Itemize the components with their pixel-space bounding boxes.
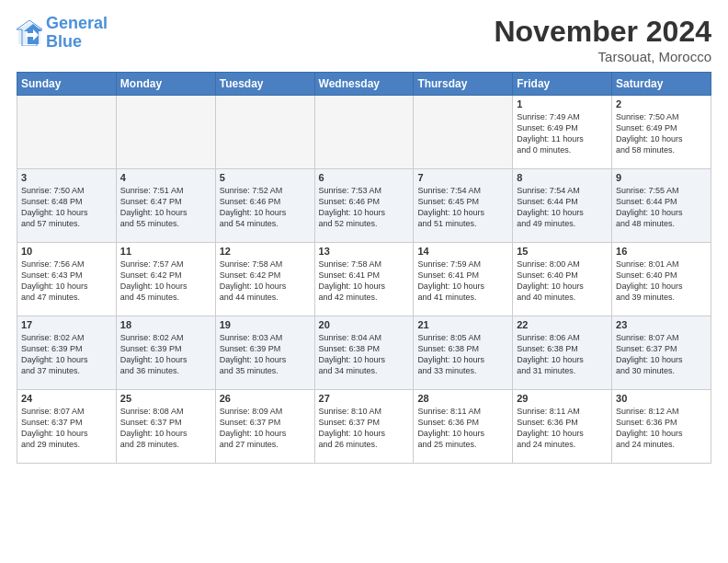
logo-icon [17,20,42,46]
day-number: 14 [417,246,508,257]
week-row-1: 1Sunrise: 7:49 AM Sunset: 6:49 PM Daylig… [17,96,711,169]
calendar: SundayMondayTuesdayWednesdayThursdayFrid… [17,72,711,464]
day-cell: 28Sunrise: 8:11 AM Sunset: 6:36 PM Dayli… [414,390,513,464]
weekday-header-tuesday: Tuesday [215,73,314,96]
weekday-header-wednesday: Wednesday [314,73,414,96]
logo-line1: General [46,14,108,32]
day-cell: 3Sunrise: 7:50 AM Sunset: 6:48 PM Daylig… [17,169,117,243]
weekday-header-monday: Monday [116,73,215,96]
day-info: Sunrise: 7:57 AM Sunset: 6:42 PM Dayligh… [120,259,211,304]
day-info: Sunrise: 8:08 AM Sunset: 6:37 PM Dayligh… [120,406,211,451]
day-cell: 12Sunrise: 7:58 AM Sunset: 6:42 PM Dayli… [215,243,314,316]
day-info: Sunrise: 7:56 AM Sunset: 6:43 PM Dayligh… [21,259,112,304]
day-info: Sunrise: 8:10 AM Sunset: 6:37 PM Dayligh… [319,406,410,451]
day-info: Sunrise: 8:07 AM Sunset: 6:37 PM Dayligh… [616,332,707,377]
day-number: 18 [120,319,211,330]
day-cell [414,96,513,169]
day-info: Sunrise: 7:53 AM Sunset: 6:46 PM Dayligh… [319,185,410,230]
day-cell: 17Sunrise: 8:02 AM Sunset: 6:39 PM Dayli… [17,316,117,390]
weekday-header-sunday: Sunday [17,73,117,96]
logo: General Blue [17,15,108,52]
day-number: 22 [517,319,608,330]
day-info: Sunrise: 8:11 AM Sunset: 6:36 PM Dayligh… [517,406,608,451]
day-number: 17 [21,319,112,330]
day-info: Sunrise: 7:50 AM Sunset: 6:49 PM Dayligh… [616,111,707,156]
day-number: 26 [220,393,311,404]
day-number: 28 [417,393,508,404]
day-cell: 2Sunrise: 7:50 AM Sunset: 6:49 PM Daylig… [612,96,711,169]
day-number: 7 [417,172,508,183]
day-info: Sunrise: 7:54 AM Sunset: 6:44 PM Dayligh… [517,185,608,230]
weekday-header-thursday: Thursday [414,73,513,96]
day-cell: 8Sunrise: 7:54 AM Sunset: 6:44 PM Daylig… [513,169,612,243]
day-number: 11 [120,246,211,257]
day-cell: 13Sunrise: 7:58 AM Sunset: 6:41 PM Dayli… [314,243,414,316]
month-title: November 2024 [494,15,711,49]
day-cell: 11Sunrise: 7:57 AM Sunset: 6:42 PM Dayli… [116,243,215,316]
day-cell: 1Sunrise: 7:49 AM Sunset: 6:49 PM Daylig… [513,96,612,169]
day-cell [215,96,314,169]
day-cell: 21Sunrise: 8:05 AM Sunset: 6:38 PM Dayli… [414,316,513,390]
page: General Blue November 2024 Tarsouat, Mor… [0,0,728,473]
day-number: 29 [517,393,608,404]
day-info: Sunrise: 8:03 AM Sunset: 6:39 PM Dayligh… [220,332,311,377]
location: Tarsouat, Morocco [494,49,711,64]
day-number: 21 [417,319,508,330]
day-number: 15 [517,246,608,257]
day-cell: 25Sunrise: 8:08 AM Sunset: 6:37 PM Dayli… [116,390,215,464]
day-info: Sunrise: 7:58 AM Sunset: 6:41 PM Dayligh… [319,259,410,304]
day-number: 8 [517,172,608,183]
day-number: 3 [21,172,112,183]
day-info: Sunrise: 8:00 AM Sunset: 6:40 PM Dayligh… [517,259,608,304]
day-number: 2 [616,98,707,109]
header: General Blue November 2024 Tarsouat, Mor… [17,15,711,64]
day-number: 24 [21,393,112,404]
week-row-5: 24Sunrise: 8:07 AM Sunset: 6:37 PM Dayli… [17,390,711,464]
day-cell: 24Sunrise: 8:07 AM Sunset: 6:37 PM Dayli… [17,390,117,464]
day-cell: 7Sunrise: 7:54 AM Sunset: 6:45 PM Daylig… [414,169,513,243]
day-info: Sunrise: 7:59 AM Sunset: 6:41 PM Dayligh… [417,259,508,304]
day-info: Sunrise: 7:50 AM Sunset: 6:48 PM Dayligh… [21,185,112,230]
day-number: 23 [616,319,707,330]
day-number: 25 [120,393,211,404]
day-info: Sunrise: 8:05 AM Sunset: 6:38 PM Dayligh… [417,332,508,377]
day-number: 1 [517,98,608,109]
week-row-3: 10Sunrise: 7:56 AM Sunset: 6:43 PM Dayli… [17,243,711,316]
day-number: 27 [319,393,410,404]
logo-line2: Blue [46,32,82,51]
day-cell: 30Sunrise: 8:12 AM Sunset: 6:36 PM Dayli… [612,390,711,464]
day-number: 16 [616,246,707,257]
logo-text: General Blue [46,15,108,52]
day-number: 10 [21,246,112,257]
day-cell: 27Sunrise: 8:10 AM Sunset: 6:37 PM Dayli… [314,390,414,464]
day-number: 9 [616,172,707,183]
day-info: Sunrise: 8:11 AM Sunset: 6:36 PM Dayligh… [417,406,508,451]
weekday-header-saturday: Saturday [612,73,711,96]
week-row-2: 3Sunrise: 7:50 AM Sunset: 6:48 PM Daylig… [17,169,711,243]
day-cell: 9Sunrise: 7:55 AM Sunset: 6:44 PM Daylig… [612,169,711,243]
day-info: Sunrise: 7:52 AM Sunset: 6:46 PM Dayligh… [220,185,311,230]
day-info: Sunrise: 7:49 AM Sunset: 6:49 PM Dayligh… [517,111,608,156]
weekday-header-row: SundayMondayTuesdayWednesdayThursdayFrid… [17,73,711,96]
day-number: 13 [319,246,410,257]
day-cell: 4Sunrise: 7:51 AM Sunset: 6:47 PM Daylig… [116,169,215,243]
day-info: Sunrise: 8:01 AM Sunset: 6:40 PM Dayligh… [616,259,707,304]
day-info: Sunrise: 7:54 AM Sunset: 6:45 PM Dayligh… [417,185,508,230]
day-info: Sunrise: 8:09 AM Sunset: 6:37 PM Dayligh… [220,406,311,451]
day-cell: 5Sunrise: 7:52 AM Sunset: 6:46 PM Daylig… [215,169,314,243]
day-cell: 18Sunrise: 8:02 AM Sunset: 6:39 PM Dayli… [116,316,215,390]
day-cell [17,96,117,169]
day-info: Sunrise: 8:02 AM Sunset: 6:39 PM Dayligh… [21,332,112,377]
day-info: Sunrise: 7:55 AM Sunset: 6:44 PM Dayligh… [616,185,707,230]
day-number: 4 [120,172,211,183]
day-info: Sunrise: 7:58 AM Sunset: 6:42 PM Dayligh… [220,259,311,304]
day-cell: 19Sunrise: 8:03 AM Sunset: 6:39 PM Dayli… [215,316,314,390]
day-cell: 6Sunrise: 7:53 AM Sunset: 6:46 PM Daylig… [314,169,414,243]
day-info: Sunrise: 8:06 AM Sunset: 6:38 PM Dayligh… [517,332,608,377]
day-cell: 20Sunrise: 8:04 AM Sunset: 6:38 PM Dayli… [314,316,414,390]
day-number: 20 [319,319,410,330]
day-cell: 23Sunrise: 8:07 AM Sunset: 6:37 PM Dayli… [612,316,711,390]
day-number: 6 [319,172,410,183]
day-cell: 22Sunrise: 8:06 AM Sunset: 6:38 PM Dayli… [513,316,612,390]
day-number: 12 [220,246,311,257]
